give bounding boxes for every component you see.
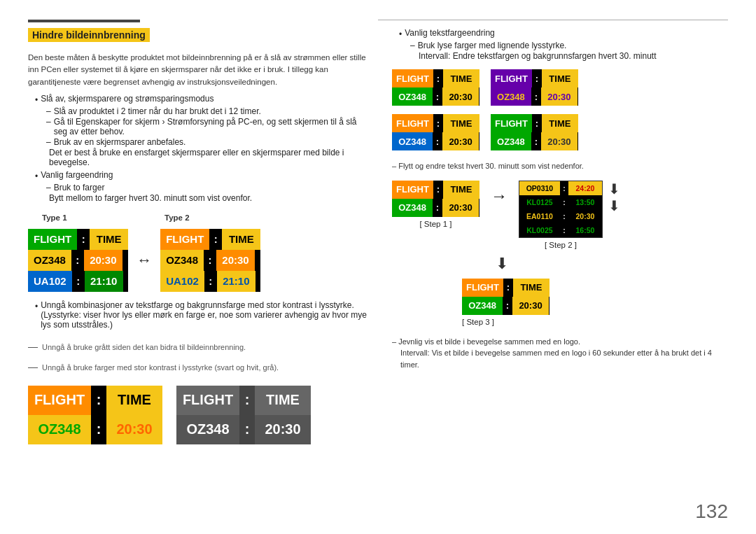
- sb2-oz348: OZ348: [491, 87, 531, 106]
- sb4-oz348: OZ348: [491, 132, 531, 150]
- left-column: Hindre bildeinnbrenning Den beste måten …: [28, 21, 371, 520]
- board1-header-row: FLIGHT : TIME: [28, 229, 128, 250]
- sr1-op0310: OP0310: [519, 181, 560, 195]
- sb2-2030: 20:30: [541, 87, 578, 106]
- small-board-3: FLIGHT : TIME OZ348 : 20:30: [392, 114, 479, 150]
- final-note-2: Intervall: Vis et bilde i bevegelse samm…: [400, 347, 728, 370]
- board1-flight-header: FLIGHT: [28, 229, 77, 250]
- sb1-row1: OZ348 : 20:30: [392, 87, 479, 106]
- large-boards-row: FLIGHT : TIME OZ348 : 20:30 FLIGHT : TIM…: [28, 386, 371, 444]
- compare-arrow: ↔: [136, 251, 152, 269]
- board2-colon2: :: [204, 250, 216, 271]
- board1-row1: OZ348 : 20:30: [28, 250, 128, 271]
- flight-boards-comparison: FLIGHT : TIME OZ348 : 20:30 UA102 : 21:1…: [28, 229, 371, 292]
- board1-row2: UA102 : 21:10: [28, 271, 128, 292]
- board-type1: FLIGHT : TIME OZ348 : 20:30 UA102 : 21:1…: [28, 229, 128, 292]
- type2-label: Type 2: [158, 213, 287, 222]
- bullet-3-text: Unngå kombinasjoner av tekstfarge og bak…: [41, 300, 371, 330]
- lb1-colon2: :: [91, 415, 106, 444]
- board1-oz348: OZ348: [28, 250, 71, 271]
- large-board-gray: FLIGHT : TIME OZ348 : 20:30: [176, 386, 311, 444]
- sb2-time: TIME: [542, 69, 578, 87]
- board2-2030: 20:30: [216, 250, 255, 271]
- step3-oz348: OZ348: [462, 297, 503, 315]
- sr3-time: 20:30: [568, 209, 602, 223]
- lb1-time-header: TIME: [106, 386, 162, 415]
- board1-2030: 20:30: [84, 250, 122, 271]
- right-dash-1-text: Bruk lyse farger med lignende lysstyrke.: [418, 41, 567, 50]
- board2-2110: 21:10: [217, 271, 255, 292]
- step2-label: [ Step 2 ]: [519, 241, 603, 249]
- step3-row1: OZ348 : 20:30: [462, 297, 550, 315]
- board1-colon3: :: [72, 271, 85, 292]
- large-board-colored: FLIGHT : TIME OZ348 : 20:30: [28, 386, 162, 444]
- sb2-flight: FLIGHT: [491, 69, 532, 87]
- move-note: – Flytt og endre tekst hvert 30. minutt …: [392, 160, 728, 172]
- bullets-section: • Slå av, skjermsparere og strømsparings…: [35, 94, 371, 204]
- dash-1-2-text: Gå til Egenskaper for skjerm › Strømfors…: [54, 117, 371, 136]
- board2-colon3: :: [204, 271, 217, 292]
- note2: — Unngå å bruke farger med stor kontrast…: [28, 360, 371, 374]
- sr2-kl0125: KL0125: [519, 195, 560, 209]
- small-board-1: FLIGHT : TIME OZ348 : 20:30: [392, 69, 479, 106]
- bullet-1-text: Slå av, skjermsparere og strømsparingsmo…: [41, 94, 214, 105]
- step1-label: [ Step 1 ]: [419, 220, 451, 228]
- dash-1-3-text: Bruk av en skjermsparer anbefales.: [54, 137, 186, 147]
- right-note-text: Vanlig tekstfargeendring: [405, 28, 495, 39]
- step3-2030: 20:30: [512, 297, 549, 315]
- scroll-row-2: KL0125 : 13:50: [519, 195, 602, 209]
- sb2-colon1: :: [532, 69, 542, 87]
- sb1-2030: 20:30: [442, 87, 479, 106]
- sb2-row1: OZ348 : 20:30: [491, 87, 578, 106]
- dash-1-1: – Slå av produktet i 2 timer når du har …: [46, 106, 371, 116]
- step1-board: FLIGHT : TIME OZ348 : 20:30: [392, 181, 479, 217]
- sb4-2030: 20:30: [541, 132, 578, 150]
- board2-time-header: TIME: [222, 229, 260, 250]
- lb1-flight-header: FLIGHT: [28, 386, 91, 415]
- step-1-2-area: FLIGHT : TIME OZ348 : 20:30 [ Step 1 ] →: [392, 181, 728, 249]
- bullet-dot-2: •: [35, 171, 38, 181]
- board1-colon1: :: [77, 229, 90, 250]
- top-divider-right: [378, 20, 728, 20]
- step3-header: FLIGHT : TIME: [462, 279, 550, 297]
- sr4-kl0025: KL0025: [519, 223, 560, 237]
- sb4-flight: FLIGHT: [491, 114, 532, 132]
- dash-1-4: Det er best å bruke en ensfarget skjerms…: [46, 148, 371, 167]
- board2-oz348: OZ348: [160, 250, 204, 271]
- small-board-2: FLIGHT : TIME OZ348 : 20:30: [491, 69, 578, 106]
- large-board2-row1: OZ348 : 20:30: [176, 415, 311, 444]
- dash-2-1: – Bruk to farger: [46, 183, 371, 192]
- sr4-colon: :: [560, 223, 568, 237]
- sb4-colon1: :: [532, 114, 542, 132]
- board1-2110: 21:10: [85, 271, 123, 292]
- board1-time-header: TIME: [90, 229, 128, 250]
- page-number: 132: [695, 500, 728, 523]
- step1-colon2: :: [433, 199, 442, 217]
- sb3-2030: 20:30: [442, 132, 479, 150]
- lb2-oz348: OZ348: [176, 415, 239, 444]
- step3-board: FLIGHT : TIME OZ348 : 20:30: [462, 279, 550, 315]
- board2-header-row: FLIGHT : TIME: [160, 229, 260, 250]
- step2-board-wrap: OP0310 : 24:20 KL0125 : 13:50 EA0110: [519, 181, 603, 249]
- right-dash-1: – Bruk lyse farger med lignende lysstyrk…: [410, 41, 728, 50]
- dash-1-1-text: Slå av produktet i 2 timer når du har br…: [54, 106, 261, 116]
- scroll-row-3: EA0110 : 20:30: [519, 209, 602, 223]
- board1-ua102: UA102: [28, 271, 72, 292]
- right-column: • Vanlig tekstfargeendring – Bruk lyse f…: [392, 28, 728, 520]
- step1-oz348: OZ348: [392, 199, 433, 217]
- sb2-header: FLIGHT : TIME: [491, 69, 578, 87]
- bullet-2: • Vanlig fargeendring: [35, 170, 371, 181]
- scroll-row-1: OP0310 : 24:20: [519, 181, 602, 195]
- step3-label: [ Step 3 ]: [462, 318, 494, 326]
- bullet-1: • Slå av, skjermsparere og strømsparings…: [35, 94, 371, 105]
- sb1-flight: FLIGHT: [392, 69, 433, 87]
- step1-colon1: :: [433, 181, 443, 199]
- sb3-oz348: OZ348: [392, 132, 433, 150]
- down-arrows: ⬇ ⬇: [608, 181, 620, 214]
- step1-flight: FLIGHT: [392, 181, 433, 199]
- sb1-colon2: :: [433, 87, 442, 106]
- scroll-row-4: KL0025 : 16:50: [519, 223, 602, 237]
- sb4-time: TIME: [542, 114, 578, 132]
- sb3-flight: FLIGHT: [392, 114, 433, 132]
- sr1-colon: :: [560, 181, 568, 195]
